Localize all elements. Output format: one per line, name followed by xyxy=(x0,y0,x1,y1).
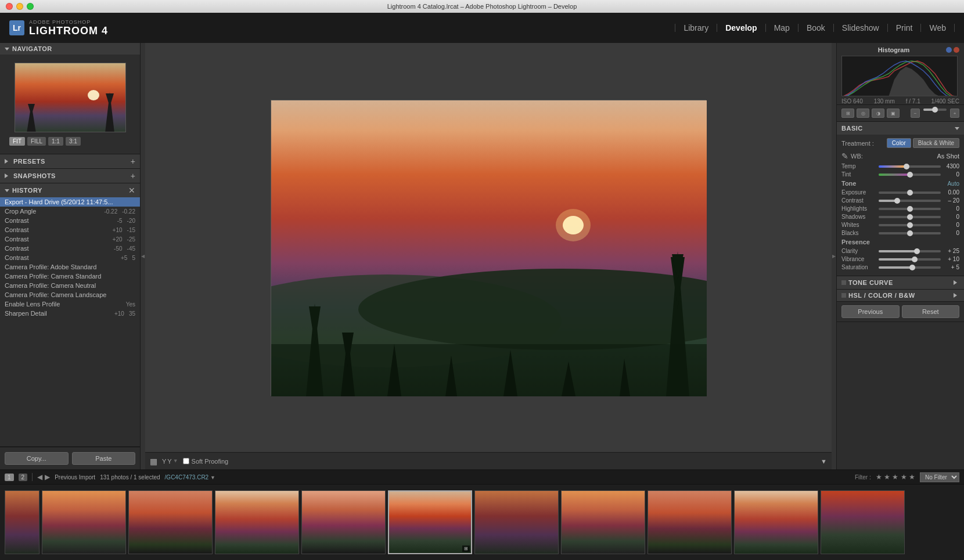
history-item[interactable]: Camera Profile: Camera Landscape xyxy=(0,290,140,299)
hist-clip-right[interactable] xyxy=(954,47,959,53)
compare-icon[interactable]: YY ▼ xyxy=(162,458,178,465)
compare-split-icon[interactable]: ◑ xyxy=(872,109,884,118)
filmstrip-thumb[interactable] xyxy=(648,490,732,554)
star-filter[interactable]: ★ ★ ★ ★ ★ xyxy=(876,473,915,481)
compare-survey-icon[interactable]: ▣ xyxy=(887,109,900,118)
filmstrip-thumb[interactable] xyxy=(821,490,905,554)
wb-eyedropper[interactable]: ✎ xyxy=(841,151,848,161)
vibrance-slider[interactable] xyxy=(879,258,941,261)
filmstrip-thumb[interactable] xyxy=(734,490,818,554)
history-item[interactable]: Camera Profile: Adobe Standard xyxy=(0,262,140,272)
filmstrip-thumb[interactable] xyxy=(128,490,213,554)
zoom-fill[interactable]: FILL xyxy=(27,137,46,146)
copy-button[interactable]: Copy... xyxy=(5,452,69,465)
history-item[interactable]: Crop Angle -0.22-0.22 xyxy=(0,207,140,216)
whites-thumb[interactable] xyxy=(907,222,913,228)
saturation-slider[interactable] xyxy=(879,266,941,269)
temp-slider[interactable] xyxy=(879,165,941,168)
hist-clip-left[interactable] xyxy=(946,47,952,53)
nav-develop[interactable]: Develop xyxy=(717,24,765,32)
history-item[interactable]: Camera Profile: Camera Neutral xyxy=(0,281,140,290)
blacks-slider[interactable] xyxy=(879,232,941,234)
minimize-button[interactable] xyxy=(16,3,23,10)
contrast-slider[interactable] xyxy=(879,200,941,202)
auto-btn[interactable]: Auto xyxy=(947,180,959,187)
zoom-fit[interactable]: FIT xyxy=(9,137,25,146)
whites-slider[interactable] xyxy=(879,224,941,226)
highlights-slider[interactable] xyxy=(879,208,941,210)
presets-header[interactable]: Presets + xyxy=(0,154,140,168)
filmstrip-num-1[interactable]: 1 xyxy=(5,474,14,481)
presets-add-button[interactable]: + xyxy=(131,157,135,166)
zoom-3-1[interactable]: 3:1 xyxy=(66,137,81,146)
filmstrip-prev-btn[interactable]: ◀ xyxy=(37,473,42,481)
filmstrip-thumb-selected[interactable]: ⊞ xyxy=(388,490,472,554)
shadows-slider[interactable] xyxy=(879,216,941,218)
saturation-thumb[interactable] xyxy=(909,265,915,270)
history-item[interactable]: Export - Hard Drive (5/20/12 11:47:5... xyxy=(0,197,140,207)
shadows-thumb[interactable] xyxy=(907,214,913,220)
filmstrip-thumb[interactable] xyxy=(474,490,559,554)
previous-button[interactable]: Previous xyxy=(841,305,900,318)
tint-thumb[interactable] xyxy=(907,172,913,178)
nav-web[interactable]: Web xyxy=(921,24,955,32)
soft-proofing-input[interactable] xyxy=(183,458,189,464)
filmstrip-thumb[interactable] xyxy=(42,490,126,554)
filmstrip-thumb[interactable] xyxy=(561,490,645,554)
compare-loupe-icon[interactable]: ⊞ xyxy=(841,109,854,118)
blacks-thumb[interactable] xyxy=(907,230,913,236)
history-item[interactable]: Sharpen Detail +1035 xyxy=(0,309,140,318)
contrast-thumb[interactable] xyxy=(894,198,900,204)
exposure-thumb[interactable] xyxy=(907,190,913,196)
tone-curve-row[interactable]: Tone Curve xyxy=(837,276,964,290)
history-item[interactable]: Contrast -5-20 xyxy=(0,216,140,225)
history-item[interactable]: Contrast -50-45 xyxy=(0,244,140,253)
left-collapse-handle[interactable]: ◀ xyxy=(141,43,145,469)
reset-button[interactable]: Reset xyxy=(902,305,960,318)
navigator-header[interactable]: Navigator xyxy=(0,43,140,55)
treatment-bw-btn[interactable]: Black & White xyxy=(913,138,959,148)
treatment-color-btn[interactable]: Color xyxy=(887,138,911,148)
vibrance-thumb[interactable] xyxy=(912,256,918,262)
filter-dropdown[interactable]: No Filter 1 Star 2 Stars xyxy=(920,472,959,482)
temp-thumb[interactable] xyxy=(904,164,909,169)
filmstrip-num-2[interactable]: 2 xyxy=(19,474,28,481)
snapshots-add-button[interactable]: + xyxy=(131,171,135,180)
tint-slider[interactable] xyxy=(879,174,941,176)
paste-button[interactable]: Paste xyxy=(72,452,136,465)
history-close-button[interactable]: ✕ xyxy=(128,186,135,195)
zoom-slider-thumb[interactable] xyxy=(932,107,938,113)
nav-library[interactable]: Library xyxy=(675,24,717,32)
basic-header[interactable]: Basic xyxy=(837,122,964,135)
nav-map[interactable]: Map xyxy=(766,24,798,32)
zoom-1-1[interactable]: 1:1 xyxy=(48,137,63,146)
zoom-slider[interactable] xyxy=(923,109,947,111)
nav-print[interactable]: Print xyxy=(888,24,922,32)
maximize-button[interactable] xyxy=(27,3,34,10)
history-item[interactable]: Camera Profile: Camera Standard xyxy=(0,272,140,281)
nav-book[interactable]: Book xyxy=(798,24,834,32)
history-item[interactable]: Contrast +10-15 xyxy=(0,225,140,234)
filmstrip-thumb[interactable] xyxy=(301,490,386,554)
compare-before-icon[interactable]: ◎ xyxy=(857,109,869,118)
view-grid-icon[interactable]: ▦ xyxy=(150,457,157,466)
right-collapse-handle[interactable]: ▶ xyxy=(832,43,836,469)
filmstrip-thumb[interactable] xyxy=(215,490,299,554)
soft-proofing-checkbox[interactable]: Soft Proofing xyxy=(183,458,229,465)
hsl-row[interactable]: HSL / Color / B&W xyxy=(837,290,964,302)
close-button[interactable] xyxy=(6,3,13,10)
zoom-plus-icon[interactable]: + xyxy=(950,109,959,118)
filmstrip-next-btn[interactable]: ▶ xyxy=(45,473,50,481)
history-header[interactable]: History ✕ xyxy=(0,183,140,197)
filmstrip-path[interactable]: /GC4C7473.CR2 ▼ xyxy=(165,474,215,480)
clarity-thumb[interactable] xyxy=(914,248,920,254)
toolbar-arrow[interactable]: ▼ xyxy=(821,458,827,465)
highlights-thumb[interactable] xyxy=(907,206,913,212)
nav-slideshow[interactable]: Slideshow xyxy=(834,24,888,32)
zoom-minus-icon[interactable]: − xyxy=(911,109,920,118)
history-item[interactable]: Enable Lens Profile Yes xyxy=(0,299,140,309)
history-item[interactable]: Contrast +20-25 xyxy=(0,234,140,244)
window-controls[interactable] xyxy=(6,3,34,10)
clarity-slider[interactable] xyxy=(879,250,941,252)
exposure-slider[interactable] xyxy=(879,192,941,194)
